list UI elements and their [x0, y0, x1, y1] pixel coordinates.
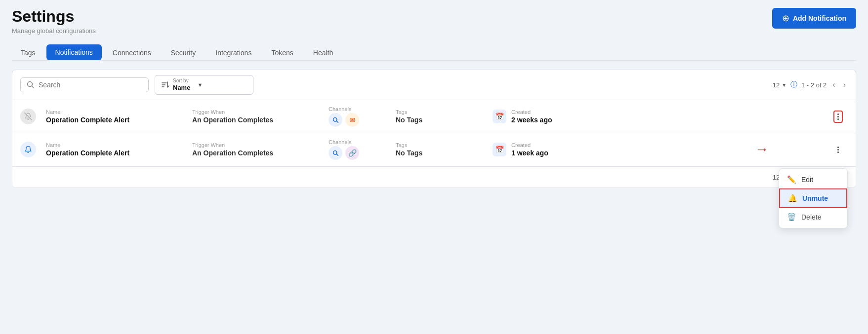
- row1-channels-label: Channels: [329, 106, 388, 112]
- row2-kebab-button[interactable]: [834, 145, 842, 155]
- calendar-icon: 📅: [493, 110, 506, 123]
- arrow-indicator: →: [755, 142, 769, 157]
- row1-actions-col: [828, 111, 848, 123]
- row1-kebab-button[interactable]: [833, 111, 843, 123]
- svg-line-9: [336, 154, 338, 155]
- row2-created-col: 📅 Created 1 week ago: [493, 142, 820, 157]
- bell-muted-icon: [20, 109, 36, 124]
- table-row: Name Operation Complete Alert Trigger Wh…: [12, 100, 856, 133]
- context-menu: ✏️ Edit 🔔 Unmute 🗑️ Delete: [779, 168, 848, 228]
- row1-bell-icon-col: [20, 109, 38, 124]
- tab-integrations[interactable]: Integrations: [207, 45, 260, 61]
- row2-tags-col: Tags No Tags: [396, 142, 485, 157]
- prev-page-button[interactable]: ‹: [830, 79, 837, 90]
- row2-actions-col: → ✏️ Edit 🔔 Unmute: [828, 145, 848, 155]
- per-page-select[interactable]: 12 ▼: [773, 81, 786, 89]
- sort-icon: [161, 80, 170, 89]
- row2-name-col: Name Operation Complete Alert: [46, 142, 184, 157]
- page-subtitle: Manage global configurations: [12, 27, 96, 35]
- trash-icon: 🗑️: [787, 213, 796, 222]
- svg-line-1: [32, 86, 34, 88]
- pagination-bar: 12 ▼ ⓘ 1 - 2 of 2 ‹ ›: [12, 166, 856, 187]
- tab-security[interactable]: Security: [162, 45, 205, 61]
- row2-channels-icons: 🔗: [329, 146, 388, 160]
- row2-tags-label: Tags: [396, 142, 485, 148]
- row1-channels-col: Channels ✉: [329, 106, 388, 127]
- channel-webhook-icon: 🔗: [345, 146, 359, 160]
- add-notification-button[interactable]: ⊕ Add Notification: [772, 8, 856, 29]
- search-icon: [27, 81, 35, 89]
- row2-channels-label: Channels: [329, 139, 388, 145]
- tab-notifications[interactable]: Notifications: [46, 44, 102, 60]
- sort-label: Sort by: [173, 78, 190, 83]
- svg-line-7: [336, 121, 338, 122]
- row1-trigger-col: Trigger When An Operation Completes: [192, 109, 321, 124]
- per-page-chevron-icon: ▼: [782, 82, 786, 88]
- sort-dropdown[interactable]: Sort by Name ▼: [155, 75, 253, 95]
- menu-delete-label: Delete: [801, 213, 821, 221]
- row1-tags-col: Tags No Tags: [396, 109, 485, 124]
- per-page-value: 12: [773, 81, 780, 89]
- table-row: Name Operation Complete Alert Trigger Wh…: [12, 133, 856, 166]
- page-title: Settings: [12, 8, 96, 25]
- svg-line-5: [25, 113, 32, 120]
- row1-name-col: Name Operation Complete Alert: [46, 109, 184, 124]
- page-container: Settings Manage global configurations ⊕ …: [0, 0, 868, 334]
- row2-trigger-col: Trigger When An Operation Completes: [192, 142, 321, 157]
- row1-created-label: Created: [511, 109, 552, 115]
- row1-trigger-value: An Operation Completes: [192, 116, 321, 124]
- tabs-row: Tags Notifications Connections Security …: [12, 44, 856, 61]
- edit-icon: ✏️: [787, 175, 796, 184]
- menu-edit-button[interactable]: ✏️ Edit: [779, 171, 847, 188]
- row1-name-label: Name: [46, 109, 184, 115]
- toolbar-right: 12 ▼ ⓘ 1 - 2 of 2 ‹ ›: [773, 79, 848, 90]
- row2-trigger-value: An Operation Completes: [192, 149, 321, 157]
- toolbar: Sort by Name ▼ 12 ▼ ⓘ 1 - 2 of 2 ‹ ›: [12, 70, 856, 100]
- sort-value: Name: [173, 84, 190, 91]
- calendar-icon: 📅: [493, 143, 506, 156]
- pagination-text: 1 - 2 of 2: [801, 81, 827, 89]
- table-container: Name Operation Complete Alert Trigger Wh…: [12, 100, 856, 188]
- row2-name-label: Name: [46, 142, 184, 148]
- row1-tags-value: No Tags: [396, 116, 485, 124]
- next-page-button[interactable]: ›: [841, 79, 848, 90]
- tab-connections[interactable]: Connections: [104, 45, 160, 61]
- row2-created-value: 1 week ago: [511, 149, 548, 157]
- row1-channels-icons: ✉: [329, 113, 388, 127]
- row2-trigger-label: Trigger When: [192, 142, 321, 148]
- row1-created-col: 📅 Created 2 weeks ago: [493, 109, 820, 124]
- row2-name-value: Operation Complete Alert: [46, 149, 184, 157]
- menu-unmute-label: Unmute: [802, 194, 828, 202]
- menu-unmute-button[interactable]: 🔔 Unmute: [779, 188, 847, 208]
- plus-circle-icon: ⊕: [782, 13, 789, 24]
- row1-tags-label: Tags: [396, 109, 485, 115]
- row2-bell-icon-col: [20, 142, 38, 157]
- tab-health[interactable]: Health: [304, 45, 342, 61]
- channel-search-icon: [329, 113, 342, 127]
- search-box[interactable]: [20, 77, 149, 92]
- bell-active-icon: [20, 142, 36, 157]
- tab-tokens[interactable]: Tokens: [262, 45, 302, 61]
- row2-channels-col: Channels 🔗: [329, 139, 388, 160]
- search-input[interactable]: [39, 81, 142, 89]
- bell-unmute-icon: 🔔: [788, 194, 797, 203]
- row2-created-label: Created: [511, 142, 548, 148]
- help-icon[interactable]: ⓘ: [790, 80, 797, 89]
- title-section: Settings Manage global configurations: [12, 8, 96, 35]
- menu-edit-label: Edit: [801, 176, 813, 184]
- channel-search-icon: [329, 146, 342, 160]
- row1-created-value: 2 weeks ago: [511, 116, 552, 124]
- row1-trigger-label: Trigger When: [192, 109, 321, 115]
- row1-name-value: Operation Complete Alert: [46, 116, 184, 124]
- menu-delete-button[interactable]: 🗑️ Delete: [779, 208, 847, 226]
- channel-email-icon: ✉: [345, 113, 359, 127]
- sort-chevron-icon: ▼: [197, 82, 203, 88]
- row2-tags-value: No Tags: [396, 149, 485, 157]
- tab-tags[interactable]: Tags: [12, 45, 44, 61]
- header-row: Settings Manage global configurations ⊕ …: [12, 8, 856, 35]
